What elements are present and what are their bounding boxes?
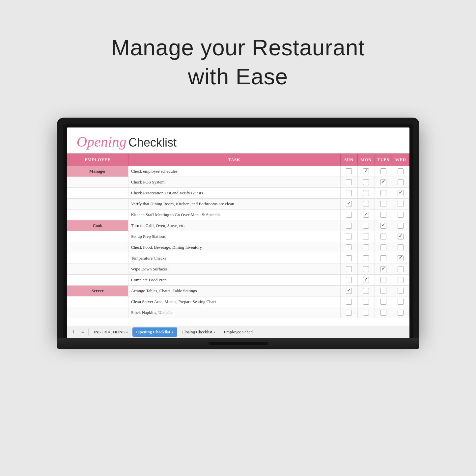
checkbox-wed[interactable]	[392, 210, 409, 220]
checkbox-wed[interactable]	[392, 220, 409, 231]
checkbox-mon[interactable]	[357, 188, 375, 199]
tab-bar: + ≡ INSTRUCTIONS ▾ Opening Checklist ▾ C…	[67, 326, 409, 338]
checkbox-icon	[398, 179, 404, 185]
closing-arrow: ▾	[213, 330, 215, 334]
checkbox-icon	[363, 277, 369, 283]
checkbox-icon	[363, 223, 369, 229]
checkbox-tues[interactable]	[375, 307, 392, 318]
checkbox-wed[interactable]	[392, 275, 409, 286]
checkbox-tues[interactable]	[375, 166, 392, 177]
checkbox-icon	[346, 299, 352, 305]
task-cell: Arrange Tables, Chairs, Table Settings	[128, 286, 340, 296]
employee-cell	[67, 210, 128, 220]
checkbox-icon	[346, 266, 352, 272]
checkbox-sun[interactable]	[340, 177, 357, 188]
checkbox-sun[interactable]	[340, 242, 357, 253]
task-cell: Kitchen Staff Meeting to Go Over Menu & …	[128, 210, 340, 220]
table-row: Complete Food Prep	[67, 275, 409, 286]
checkbox-sun[interactable]	[340, 296, 357, 307]
checkbox-mon[interactable]	[357, 210, 375, 220]
checkbox-wed[interactable]	[392, 264, 409, 275]
checkbox-mon[interactable]	[357, 199, 375, 210]
checkbox-sun[interactable]	[340, 220, 357, 231]
checkbox-mon[interactable]	[357, 220, 375, 231]
screen-content: OpeningChecklist EMPLOYEE TASK SUN MON T…	[67, 127, 409, 338]
tab-instructions[interactable]: INSTRUCTIONS ▾	[90, 327, 132, 337]
checkbox-icon	[346, 168, 352, 174]
checkbox-wed[interactable]	[392, 296, 409, 307]
checkbox-tues[interactable]	[375, 231, 392, 242]
checkbox-tues[interactable]	[375, 264, 392, 275]
checkbox-mon[interactable]	[357, 166, 375, 177]
checkbox-tues[interactable]	[375, 275, 392, 286]
checkbox-icon	[363, 234, 369, 239]
checkbox-sun[interactable]	[340, 231, 357, 242]
checkbox-sun[interactable]	[340, 210, 357, 220]
checkbox-icon	[363, 168, 369, 174]
title-script: Opening	[77, 134, 127, 150]
checkbox-wed[interactable]	[392, 177, 409, 188]
tab-closing-checklist[interactable]: Closing Checklist ▾	[178, 327, 219, 337]
checkbox-tues[interactable]	[375, 177, 392, 188]
checkbox-sun[interactable]	[340, 166, 357, 177]
employee-cell	[67, 177, 128, 188]
checkbox-tues[interactable]	[375, 199, 392, 210]
checkbox-sun[interactable]	[340, 264, 357, 275]
checkbox-wed[interactable]	[392, 253, 409, 264]
checkbox-tues[interactable]	[375, 286, 392, 296]
checkbox-mon[interactable]	[357, 296, 375, 307]
checkbox-icon	[380, 288, 386, 294]
checkbox-icon	[363, 266, 369, 272]
checkbox-mon[interactable]	[357, 242, 375, 253]
checkbox-tues[interactable]	[375, 242, 392, 253]
checkbox-sun[interactable]	[340, 199, 357, 210]
checkbox-tues[interactable]	[375, 220, 392, 231]
checkbox-icon	[380, 179, 386, 185]
checkbox-tues[interactable]	[375, 188, 392, 199]
add-sheet-button[interactable]: +	[70, 327, 78, 337]
checkbox-icon	[380, 212, 386, 218]
checkbox-sun[interactable]	[340, 307, 357, 318]
col-mon: MON	[357, 154, 375, 166]
tab-employee-schedule[interactable]: Employee Sched	[220, 327, 257, 337]
checkbox-tues[interactable]	[375, 253, 392, 264]
checkbox-icon	[363, 310, 369, 316]
checkbox-sun[interactable]	[340, 188, 357, 199]
checkbox-icon	[346, 255, 352, 261]
tab-divider	[88, 329, 89, 335]
checkbox-sun[interactable]	[340, 275, 357, 286]
checkbox-wed[interactable]	[392, 188, 409, 199]
checkbox-sun[interactable]	[340, 286, 357, 296]
header-row: EMPLOYEE TASK SUN MON TUES WED	[67, 154, 409, 166]
checkbox-tues[interactable]	[375, 296, 392, 307]
checkbox-wed[interactable]	[392, 231, 409, 242]
table-row: Check Food, Beverage, Dining Inventory	[67, 242, 409, 253]
checkbox-wed[interactable]	[392, 307, 409, 318]
checkbox-mon[interactable]	[357, 275, 375, 286]
task-cell: Complete Food Prep	[128, 275, 340, 286]
checkbox-icon	[363, 201, 369, 207]
checkbox-mon[interactable]	[357, 264, 375, 275]
checkbox-mon[interactable]	[357, 307, 375, 318]
checkbox-wed[interactable]	[392, 242, 409, 253]
checkbox-icon	[346, 244, 352, 250]
checkbox-icon	[398, 244, 404, 250]
checkbox-mon[interactable]	[357, 286, 375, 296]
checkbox-wed[interactable]	[392, 286, 409, 296]
checkbox-tues[interactable]	[375, 210, 392, 220]
tab-opening-checklist[interactable]: Opening Checklist ▾	[132, 327, 177, 337]
checkbox-mon[interactable]	[357, 231, 375, 242]
task-cell: Clean Server Area, Menus, Prepare Seatin…	[128, 296, 340, 307]
checkbox-wed[interactable]	[392, 166, 409, 177]
checkbox-icon	[380, 299, 386, 305]
sheet-menu-button[interactable]: ≡	[79, 328, 87, 336]
table-row: Wipe Down Surfaces	[67, 264, 409, 275]
checkbox-mon[interactable]	[357, 177, 375, 188]
checkbox-icon	[398, 288, 404, 294]
checkbox-icon	[363, 299, 369, 305]
checkbox-sun[interactable]	[340, 253, 357, 264]
checkbox-icon	[380, 223, 386, 229]
checkbox-wed[interactable]	[392, 199, 409, 210]
checkbox-icon	[363, 212, 369, 218]
checkbox-mon[interactable]	[357, 253, 375, 264]
